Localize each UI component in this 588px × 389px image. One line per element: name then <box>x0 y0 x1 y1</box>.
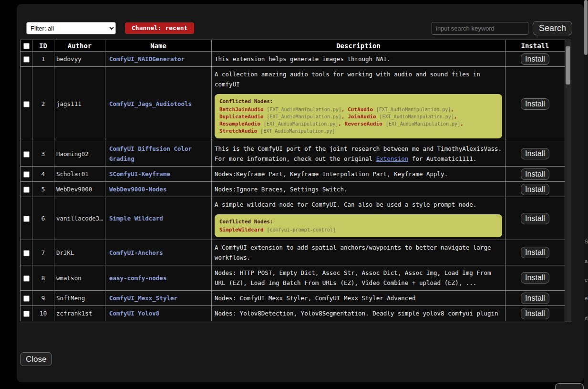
clipped-background-text: el <box>585 295 588 301</box>
row-checkbox[interactable] <box>23 101 30 107</box>
table-row: 10zcfrank1stComfyUI Yolov8Nodes: Yolov8D… <box>21 306 565 321</box>
select-all-checkbox[interactable] <box>23 43 30 49</box>
row-install-cell: Install <box>505 52 565 67</box>
conflict-node-name: BatchJoinAudio <box>219 106 264 113</box>
row-author: vanillacode314 <box>54 197 105 240</box>
row-name-cell: ComfyUI_NAIDGenerator <box>105 52 212 67</box>
row-checkbox-cell <box>21 167 32 182</box>
row-name-cell: WebDev9000-Nodes <box>105 182 212 197</box>
install-button[interactable]: Install <box>521 272 549 284</box>
row-install-cell: Install <box>505 291 565 306</box>
close-button[interactable]: Close <box>20 352 52 366</box>
install-button[interactable]: Install <box>521 247 549 258</box>
row-id: 9 <box>32 291 54 306</box>
install-button[interactable]: Install <box>521 184 549 195</box>
row-checkbox[interactable] <box>23 311 30 317</box>
conflict-node-source: [EXT_AudioManipulation.py] <box>379 114 454 119</box>
row-install-cell: Install <box>505 197 565 240</box>
row-id: 1 <box>32 52 54 67</box>
row-description: A collection amazing audio tools for wor… <box>212 67 505 141</box>
row-install-cell: Install <box>505 167 565 182</box>
install-button[interactable]: Install <box>521 293 549 304</box>
row-description: This extension helps generate images thr… <box>212 52 505 67</box>
row-checkbox[interactable] <box>23 171 30 178</box>
table-body: 1bedovyyComfyUI_NAIDGeneratorThis extens… <box>21 52 565 321</box>
row-checkbox[interactable] <box>23 187 30 193</box>
table-row: 9SoftMengComfyUI_Mexx_StylerNodes: Comfy… <box>21 291 565 306</box>
extension-name-link[interactable]: ComfyUI Diffusion Color Grading <box>109 145 192 162</box>
conflict-node-name: StretchAudio <box>219 128 257 134</box>
row-id: 6 <box>32 197 54 240</box>
row-description: This is the ComfyUI port of the joint re… <box>212 141 505 167</box>
extension-name-link[interactable]: ComfyUI_NAIDGenerator <box>109 55 185 63</box>
install-button[interactable]: Install <box>521 148 549 159</box>
install-button[interactable]: Install <box>521 213 549 224</box>
row-name-cell: easy-comfy-nodes <box>105 265 212 291</box>
row-description: A ComfyUI extension to add spatial ancho… <box>212 240 505 265</box>
install-button[interactable]: Install <box>521 308 549 319</box>
row-install-cell: Install <box>505 306 565 321</box>
conflict-list: SimpleWildcard [comfyui-prompt-control] <box>219 226 497 233</box>
row-author: bedovyy <box>54 52 105 67</box>
row-checkbox[interactable] <box>23 216 30 222</box>
row-checkbox[interactable] <box>23 275 30 282</box>
conflict-node-name: DuplicateAudio <box>219 114 264 120</box>
extension-name-link[interactable]: ComfyUI_Jags_Audiotools <box>109 100 192 107</box>
row-checkbox[interactable] <box>23 56 30 63</box>
extension-name-link[interactable]: easy-comfy-nodes <box>109 274 166 282</box>
row-author: Scholar01 <box>54 167 105 182</box>
conflict-title: Conflicted Nodes: <box>219 218 497 225</box>
conflict-title: Conflicted Nodes: <box>219 98 497 105</box>
row-id: 5 <box>32 182 54 197</box>
row-checkbox-cell <box>21 141 32 167</box>
extension-name-link[interactable]: Simple Wildcard <box>109 215 163 222</box>
header-id: ID <box>32 40 54 52</box>
table-scrollbar-thumb[interactable] <box>566 46 570 84</box>
header-name: Name <box>105 40 212 52</box>
extension-name-link[interactable]: ComfyUI-Anchors <box>109 249 163 256</box>
extension-name-link[interactable]: WebDev9000-Nodes <box>109 186 166 193</box>
row-description: A simple wildcard node for ComfyUI. Can … <box>212 197 505 240</box>
extension-name-link[interactable]: ComfyUI_Mexx_Styler <box>109 294 177 302</box>
install-button[interactable]: Install <box>521 168 549 180</box>
extension-name-link[interactable]: SComfyUI-Keyframe <box>109 170 170 178</box>
conflict-node-source: [EXT_AudioManipulation.py] <box>267 114 341 119</box>
row-author: DrJKL <box>54 240 105 265</box>
row-description: Nodes:Ignore Braces, Settings Switch. <box>212 182 505 197</box>
clipped-background-text: a <box>585 258 588 264</box>
clipped-background-text: e <box>585 277 588 283</box>
header-description: Description <box>212 40 505 52</box>
conflict-node-source: [EXT_AudioManipulation.py] <box>386 121 461 126</box>
table-header-row: ID Author Name Description Install <box>21 40 565 52</box>
extension-name-link[interactable]: ComfyUI Yolov8 <box>109 310 159 317</box>
conflict-node-name: JoinAudio <box>348 114 376 120</box>
conflict-node-source: [EXT_AudioManipulation.py] <box>376 107 451 112</box>
page-scrollbar[interactable] <box>584 0 588 389</box>
row-checkbox[interactable] <box>23 151 30 158</box>
table-row: 1bedovyyComfyUI_NAIDGeneratorThis extens… <box>21 52 565 67</box>
row-name-cell: ComfyUI Yolov8 <box>105 306 212 321</box>
conflict-node-name: ReverseAudio <box>345 121 382 127</box>
row-name-cell: ComfyUI_Jags_Audiotools <box>105 67 212 141</box>
row-checkbox-cell <box>21 265 32 291</box>
channel-badge: Channel: recent <box>125 22 194 34</box>
row-name-cell: ComfyUI_Mexx_Styler <box>105 291 212 306</box>
search-button[interactable]: Search <box>533 21 572 35</box>
install-button[interactable]: Install <box>521 53 549 65</box>
table-scrollbar[interactable] <box>565 40 571 322</box>
row-name-cell: ComfyUI Diffusion Color Grading <box>105 141 212 167</box>
row-checkbox[interactable] <box>23 295 30 302</box>
install-button[interactable]: Install <box>521 98 549 110</box>
filter-select[interactable]: Filter: all <box>26 22 116 34</box>
row-checkbox[interactable] <box>23 250 30 256</box>
description-link[interactable]: Extension <box>376 155 409 162</box>
page-scrollbar-thumb[interactable] <box>584 0 588 55</box>
conflict-node-source: [EXT_AudioManipulation.py] <box>264 121 339 126</box>
conflicted-nodes-warning: Conflicted Nodes:SimpleWildcard [comfyui… <box>215 214 502 237</box>
table-row: 4Scholar01SComfyUI-KeyframeNodes:Keyfram… <box>21 167 565 182</box>
row-checkbox-cell <box>21 197 32 240</box>
install-custom-nodes-dialog: Filter: all Channel: recent Search ID Au… <box>17 4 584 382</box>
header-checkbox-cell <box>21 40 32 52</box>
table-row: 2jags111ComfyUI_Jags_AudiotoolsA collect… <box>21 67 565 141</box>
search-input[interactable] <box>432 22 528 35</box>
